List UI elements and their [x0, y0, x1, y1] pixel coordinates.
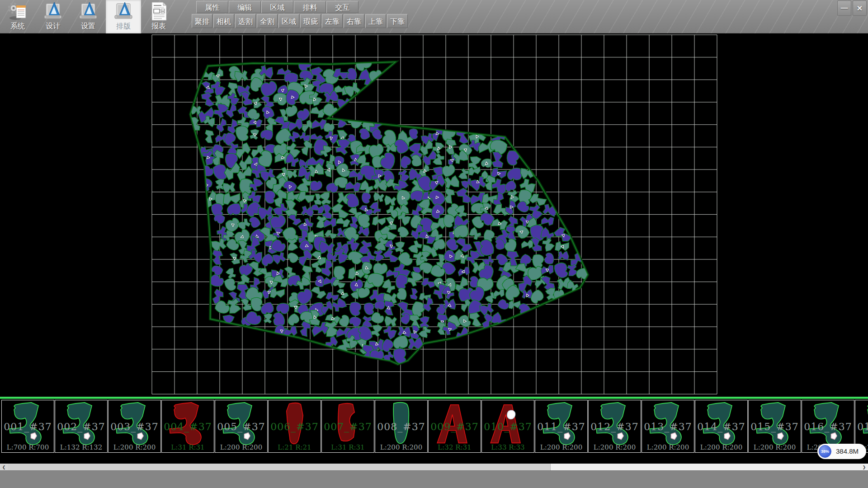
part-cell-6[interactable]: 006_#37L:21 R:21 — [268, 400, 321, 453]
nav-item-nesting[interactable]: 排版 — [106, 0, 141, 33]
window-controls: — ✕ — [837, 0, 867, 16]
status-bar — [0, 470, 868, 488]
memory-text: 384.8M — [836, 447, 859, 455]
nav-icon-bar: 系统设计设置排版报表 — [0, 0, 176, 33]
part-counts-label: L:200 R:200 — [215, 443, 267, 451]
part-id-label: 017_#37 — [855, 421, 868, 432]
menu-tab-interact[interactable]: 交互 — [326, 1, 359, 13]
part-id-label: 002_#37 — [55, 421, 107, 432]
part-id-label: 003_#37 — [108, 421, 160, 432]
part-cell-13[interactable]: 013_#37L:200 R:200 — [642, 400, 694, 453]
menu-tab-nest[interactable]: 排料 — [294, 1, 326, 13]
part-cell-12[interactable]: 012_#37L:200 R:200 — [588, 400, 641, 453]
tool-button-defect[interactable]: 瑕疵 — [300, 14, 321, 28]
part-id-label: 010_#37 — [482, 421, 534, 432]
part-id-label: 016_#37 — [802, 421, 854, 432]
part-cell-5[interactable]: 005_#37L:200 R:200 — [215, 400, 268, 453]
scroll-left-button[interactable]: ❮ — [0, 464, 8, 470]
part-id-label: 005_#37 — [215, 421, 267, 432]
part-cell-8[interactable]: 008_#37L:200 R:200 — [375, 400, 428, 453]
laptop-ruler-icon — [78, 1, 99, 22]
progress-badge: 38% 384.8M — [817, 444, 866, 459]
progress-circle: 38% — [819, 445, 831, 458]
minimize-button[interactable]: — — [837, 0, 851, 16]
part-cell-2[interactable]: 002_#37L:132 R:132 — [55, 400, 108, 453]
part-counts-label: L:31 R:31 — [162, 443, 214, 451]
part-counts-label: L:200 R:200 — [108, 443, 160, 451]
tool-button-snap-left[interactable]: 左靠 — [322, 14, 343, 28]
part-id-label: 009_#37 — [429, 421, 481, 432]
nested-pieces[interactable] — [189, 52, 590, 365]
app-window: 系统设计设置排版报表 属性编辑区域排料交互 聚排相机选割全割区域瑕疵左靠右靠上靠… — [0, 0, 868, 488]
part-counts-label: L:200 R:200 — [695, 443, 747, 451]
part-thumbnail-list: 001_#37L:700 R:700002_#37L:132 R:132003_… — [1, 400, 868, 453]
part-id-label: 012_#37 — [589, 421, 641, 432]
part-cell-15[interactable]: 015_#37L:200 R:200 — [748, 400, 801, 453]
part-counts-label: L:32 R:31 — [429, 443, 481, 451]
part-id-label: 007_#37 — [322, 421, 374, 432]
menu-tab-bar: 属性编辑区域排料交互 — [196, 1, 359, 13]
part-cell-9[interactable]: 009_#37L:32 R:31 — [428, 400, 481, 453]
nav-item-label: 设计 — [46, 22, 60, 31]
part-id-label: 015_#37 — [749, 421, 801, 432]
nav-item-label: 系统 — [10, 22, 25, 31]
menu-tab-properties[interactable]: 属性 — [196, 1, 228, 13]
nav-item-settings[interactable]: 设置 — [71, 0, 106, 33]
scroll-thumb[interactable] — [8, 464, 551, 470]
menu-tab-region[interactable]: 区域 — [261, 1, 293, 13]
part-id-label: 004_#37 — [162, 421, 214, 432]
part-counts-label: L:200 R:200 — [375, 443, 427, 451]
part-counts-label: L:200 R:200 — [642, 443, 694, 451]
nav-item-design[interactable]: 设计 — [35, 0, 71, 33]
part-cell-3[interactable]: 003_#37L:200 R:200 — [108, 400, 161, 453]
laptop-ruler-icon — [113, 1, 134, 22]
nav-item-label: 排版 — [116, 22, 131, 31]
part-counts-label: L:132 R:132 — [55, 443, 107, 451]
parts-strip: 001_#37L:700 R:700002_#37L:132 R:132003_… — [0, 397, 868, 464]
strip-highlight-line — [0, 397, 868, 399]
close-button[interactable]: ✕ — [853, 0, 867, 16]
titlebar: 系统设计设置排版报表 属性编辑区域排料交互 聚排相机选割全割区域瑕疵左靠右靠上靠… — [0, 0, 868, 33]
part-id-label: 014_#37 — [695, 421, 747, 432]
part-counts-label: L:700 R:700 — [2, 443, 54, 451]
part-id-label: 011_#37 — [535, 421, 587, 432]
part-cell-1[interactable]: 001_#37L:700 R:700 — [1, 400, 54, 453]
report-icon — [148, 1, 169, 22]
nav-item-system[interactable]: 系统 — [0, 0, 35, 33]
part-id-label: 008_#37 — [375, 421, 427, 432]
nav-item-report[interactable]: 报表 — [141, 0, 176, 33]
nav-item-label: 报表 — [151, 22, 166, 31]
part-counts-label: L:21 R:21 — [269, 443, 321, 451]
tool-button-select-cut[interactable]: 选割 — [235, 14, 256, 28]
tool-button-snap-top[interactable]: 上靠 — [365, 14, 386, 28]
nav-item-label: 设置 — [81, 22, 95, 31]
part-counts-label: L:33 R:33 — [482, 443, 534, 451]
tool-button-snap-right[interactable]: 右靠 — [344, 14, 364, 28]
part-counts-label: L:200 R:200 — [749, 443, 801, 451]
tool-button-cluster-nest[interactable]: 聚排 — [192, 14, 212, 28]
part-id-label: 001_#37 — [2, 421, 54, 432]
part-counts-label: L:200 R:200 — [535, 443, 587, 451]
part-id-label: 006_#37 — [269, 421, 321, 432]
tool-button-bar: 聚排相机选割全割区域瑕疵左靠右靠上靠下靠 — [192, 14, 408, 28]
laptop-ruler-icon — [42, 1, 63, 22]
tool-button-snap-bottom[interactable]: 下靠 — [387, 14, 408, 28]
part-cell-11[interactable]: 011_#37L:200 R:200 — [535, 400, 588, 453]
horizontal-scrollbar[interactable]: ❮ ❯ — [0, 464, 868, 470]
part-cell-7[interactable]: 007_#37L:31 R:31 — [321, 400, 374, 453]
menu-tab-edit[interactable]: 编辑 — [229, 1, 261, 13]
part-counts-label: L:200 R:200 — [589, 443, 641, 451]
tool-button-cut-all[interactable]: 全割 — [257, 14, 278, 28]
part-id-label: 013_#37 — [642, 421, 694, 432]
gear-document-icon — [7, 1, 28, 22]
part-cell-4[interactable]: 004_#37L:31 R:31 — [161, 400, 214, 453]
nesting-canvas[interactable] — [0, 33, 868, 397]
part-cell-10[interactable]: 010_#37L:33 R:33 — [481, 400, 534, 453]
tool-button-region[interactable]: 区域 — [278, 14, 299, 28]
part-counts-label: L:31 R:31 — [322, 443, 374, 451]
tool-button-camera[interactable]: 相机 — [213, 14, 234, 28]
scroll-right-button[interactable]: ❯ — [860, 464, 868, 470]
part-cell-14[interactable]: 014_#37L:200 R:200 — [695, 400, 748, 453]
